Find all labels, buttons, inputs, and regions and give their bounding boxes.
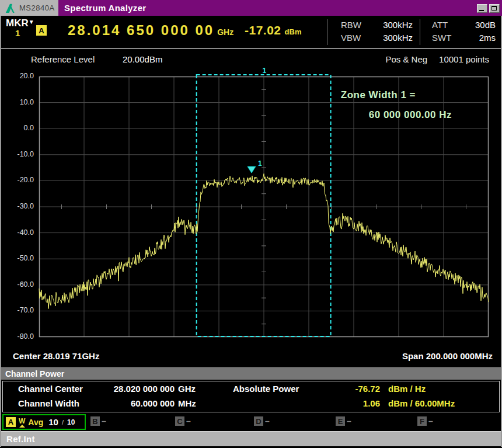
marker-frequency-readout: 28.014 650 000 00 GHz [68, 22, 233, 39]
trace-slot-A[interactable]: A W Avg 10 / 10 [2, 414, 86, 430]
att-label: ATT [432, 19, 448, 32]
trace-slot-B[interactable]: B – [90, 416, 106, 426]
mkr-label: MKR [6, 18, 29, 29]
channel-width-value: 60.000 000 [90, 398, 175, 408]
maximize-button[interactable] [489, 4, 500, 13]
header-divider-1 [327, 19, 327, 45]
rbw-label: RBW [341, 19, 361, 32]
reference-level-value: 20.00dBm [123, 54, 162, 64]
status-bar: Ref.Int [1, 431, 501, 446]
titlebar-model-area: MS2840A [0, 0, 58, 16]
rbw-value: 300kHz [383, 19, 413, 32]
channel-width-unit: MHz [178, 398, 196, 408]
trace-bar: A W Avg 10 / 10 B – C – D – E – F – [1, 414, 501, 431]
vbw-value: 300kHz [383, 32, 413, 44]
spectrum-analyzer-window: MS2840A Spectrum Analyzer MKR▼ 1 A 28.01… [0, 0, 502, 448]
zone-width-text-line1: Zone Width 1 = [341, 89, 416, 101]
table-row: Channel Width 60.000 000 MHz 1.06 dBm / … [3, 398, 499, 411]
avg-separator: / [62, 419, 64, 426]
y-axis-label: -60.0 [0, 280, 34, 289]
y-axis-label: -50.0 [0, 254, 34, 262]
vbw-row: VBW 300kHz [341, 32, 413, 44]
marker-frequency-unit: GHz [217, 27, 233, 37]
swt-label: SWT [432, 32, 451, 44]
zone-number-label: 1 [263, 67, 267, 75]
y-axis-label: -30.0 [0, 202, 34, 210]
y-axis-label: -10.0 [0, 150, 34, 158]
channel-center-value: 28.020 000 000 [90, 384, 175, 394]
mkr-number: 1 [6, 29, 34, 38]
marker-level-readout: -17.02 dBm [245, 23, 301, 37]
active-trace-badge: A [36, 25, 47, 36]
channel-width-label: Channel Width [18, 398, 79, 408]
titlebar-app-area: Spectrum Analyzer [58, 0, 502, 16]
marker-number-label: 1 [258, 159, 262, 168]
marker-frequency-value: 28.014 650 000 00 [68, 22, 214, 39]
y-axis-label: -40.0 [0, 228, 34, 237]
trace-slot-E[interactable]: E – [336, 416, 351, 426]
marker-selector[interactable]: MKR▼ 1 [6, 18, 34, 38]
waveform-icon [19, 425, 25, 428]
trace-a-badge: A [6, 417, 16, 427]
swt-value: 2ms [479, 32, 496, 44]
center-frequency-label: Center 28.019 71GHz [13, 351, 99, 361]
rbw-row: RBW 300kHz [341, 19, 413, 32]
measurement-screen: Reference Level 20.00dBm Pos & Neg 10001… [0, 50, 502, 367]
trace-slot-D[interactable]: D – [254, 416, 270, 426]
channel-power-unit: dBm / 60.00MHz [388, 398, 455, 408]
mkr-dropdown-icon: ▼ [29, 19, 34, 25]
trace-d-state: – [265, 416, 270, 426]
y-axis-label: -70.0 [0, 306, 34, 314]
trace-a-mode: Avg [28, 418, 43, 427]
trace-e-state: – [347, 416, 351, 426]
model-number: MS2840A [19, 4, 55, 12]
bandwidth-column: RBW 300kHz VBW 300kHz [341, 19, 413, 44]
absolute-power-value: -76.72 [323, 384, 380, 394]
marker-readout-header: MKR▼ 1 A 28.014 650 000 00 GHz -17.02 dB… [1, 16, 501, 49]
channel-center-unit: GHz [178, 384, 196, 394]
minimize-icon [479, 10, 484, 11]
absolute-power-unit: dBm / Hz [388, 384, 426, 394]
titlebar: MS2840A Spectrum Analyzer [0, 0, 502, 16]
span-label: Span 200.000 000MHz [402, 351, 493, 361]
trace-b-state: – [102, 416, 106, 426]
table-row: Channel Center 28.020 000 000 GHz Absolu… [3, 384, 499, 397]
y-axis-label: -20.0 [0, 176, 34, 184]
swt-row: SWT 2ms [432, 32, 496, 44]
channel-power-table: Channel Center 28.020 000 000 GHz Absolu… [2, 381, 500, 412]
detection-mode: Pos & Neg [385, 54, 427, 64]
vbw-label: VBW [341, 32, 361, 44]
trace-points: 10001 points [439, 54, 489, 64]
minimize-button[interactable] [477, 4, 487, 13]
app-title: Spectrum Analyzer [64, 3, 146, 13]
zone-width-text-line2: 60 000 000.00 Hz [369, 109, 452, 121]
marker-level-unit: dBm [285, 27, 302, 36]
att-value: 30dB [475, 19, 496, 32]
y-axis-label: -80.0 [0, 332, 34, 341]
anritsu-logo-icon [4, 3, 16, 13]
write-mode-icon: W [19, 418, 25, 428]
trace-slot-C[interactable]: C – [175, 416, 191, 426]
att-swt-column: ATT 30dB SWT 2ms [432, 19, 496, 44]
header-divider-2 [420, 19, 420, 45]
channel-power-title: Channel Power [1, 369, 64, 378]
y-axis-label: 10.0 [0, 98, 34, 106]
marker-1-triangle[interactable] [247, 166, 256, 173]
window-edge-left [0, 16, 1, 447]
trace-slot-F[interactable]: F – [417, 416, 433, 426]
channel-power-value: 1.06 [323, 398, 380, 408]
absolute-power-label: Absolute Power [233, 384, 299, 394]
att-row: ATT 30dB [432, 19, 496, 32]
reference-level-label: Reference Level [31, 54, 95, 64]
avg-count: 10 [48, 417, 58, 427]
channel-center-label: Channel Center [18, 384, 83, 394]
avg-total: 10 [67, 418, 75, 426]
marker-level-value: -17.02 [245, 23, 281, 37]
reference-source-status: Ref.Int [1, 434, 35, 444]
maximize-icon [491, 6, 497, 11]
trace-c-state: – [186, 416, 191, 426]
trace-f-state: – [428, 416, 433, 426]
y-axis-label: 0.0 [0, 124, 34, 132]
y-axis-label: 20.0 [0, 72, 34, 80]
channel-power-header: Channel Power [1, 367, 501, 380]
